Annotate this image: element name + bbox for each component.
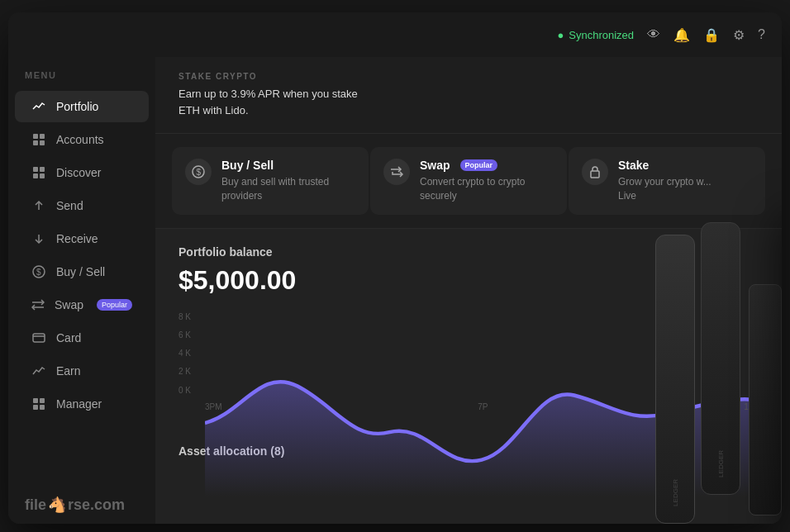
portfolio-balance: $5,000.00 (178, 265, 759, 296)
stake-banner: STAKE CRYPTO Earn up to 3.9% APR when yo… (155, 57, 782, 134)
manager-icon (31, 397, 46, 411)
sidebar-item-label-receive: Receive (56, 232, 98, 245)
chart-x-labels: 3PM 7P 11P (205, 402, 759, 411)
sidebar-item-label-earn: Earn (56, 364, 81, 378)
lock-icon[interactable]: 🔒 (703, 27, 720, 43)
svg-rect-3 (40, 140, 45, 145)
chart-x-11p: 11P (744, 402, 759, 411)
help-icon[interactable]: ? (758, 27, 765, 42)
sidebar-item-label-send: Send (56, 199, 83, 212)
sidebar-item-label-manager: Manager (56, 397, 102, 411)
svg-rect-17 (40, 405, 45, 410)
chart-y-6k: 6 K (178, 330, 203, 340)
bell-icon[interactable]: 🔔 (673, 27, 690, 43)
sync-label: Synchronized (569, 29, 634, 41)
swap-card-badge: Popular (460, 159, 498, 171)
sidebar-item-swap[interactable]: Swap Popular (15, 289, 149, 321)
portfolio-section: Portfolio balance $5,000.00 8 K 6 K 4 K … (155, 229, 782, 436)
svg-rect-6 (33, 173, 38, 178)
sidebar-item-receive[interactable]: Receive (15, 223, 149, 254)
buy-sell-card-desc: Buy and sell with trustedproviders (221, 175, 329, 203)
stake-card-icon (582, 159, 608, 185)
svg-rect-7 (40, 173, 45, 178)
action-cards: $ Buy / Sell Buy and sell with trustedpr… (155, 134, 782, 229)
swap-card-text: Swap Popular Convert crypto to cryptosec… (420, 159, 525, 203)
stake-card-title: Stake (618, 159, 711, 172)
stake-card[interactable]: Stake Grow your crypto w...Live (569, 147, 765, 215)
watermark-file: file (25, 496, 46, 514)
portfolio-icon (31, 99, 46, 114)
sidebar-item-manager[interactable]: Manager (15, 388, 149, 420)
sidebar-item-discover[interactable]: Discover (15, 157, 149, 188)
sidebar-item-label-portfolio: Portfolio (56, 100, 98, 113)
svg-rect-5 (40, 167, 45, 172)
sidebar-item-label-swap: Swap (55, 298, 83, 311)
svg-rect-14 (33, 398, 38, 403)
accounts-icon (31, 132, 46, 147)
earn-icon (31, 363, 46, 378)
main-area: MENU Portfolio A (8, 57, 782, 524)
stake-card-desc: Grow your crypto w...Live (618, 175, 711, 203)
chart-y-4k: 4 K (178, 349, 203, 358)
sidebar-menu-label: MENU (8, 70, 155, 90)
buy-sell-card-title: Buy / Sell (221, 159, 329, 172)
sync-icon: ● (557, 29, 564, 41)
sidebar-item-label-card: Card (56, 331, 81, 344)
top-bar-icons: 👁 🔔 🔒 ⚙ ? (647, 27, 765, 43)
svg-rect-2 (33, 140, 38, 145)
chart-y-2k: 2 K (178, 367, 203, 376)
buy-sell-card-text: Buy / Sell Buy and sell with trustedprov… (221, 159, 329, 203)
chart-x-7p: 7P (478, 402, 488, 411)
svg-rect-1 (40, 134, 45, 139)
svg-rect-0 (33, 134, 38, 139)
buy-sell-card-icon: $ (185, 159, 212, 185)
swap-card[interactable]: Swap Popular Convert crypto to cryptosec… (370, 147, 567, 215)
sidebar-item-send[interactable]: Send (15, 190, 149, 221)
gear-icon[interactable]: ⚙ (733, 27, 745, 43)
svg-rect-20 (591, 171, 599, 178)
svg-rect-16 (33, 405, 38, 410)
receive-icon (31, 231, 46, 246)
sidebar-item-earn[interactable]: Earn (15, 355, 149, 387)
sidebar-item-label-discover: Discover (56, 166, 101, 179)
discover-icon (31, 165, 46, 180)
sidebar: MENU Portfolio A (8, 57, 155, 524)
main-content: STAKE CRYPTO Earn up to 3.9% APR when yo… (155, 57, 782, 524)
portfolio-title: Portfolio balance (178, 245, 759, 259)
sidebar-item-portfolio[interactable]: Portfolio (15, 91, 149, 122)
app-frame: ● Synchronized 👁 🔔 🔒 ⚙ ? MENU Portfolio (8, 12, 782, 524)
watermark-rest: rse.com (68, 496, 125, 514)
sidebar-item-buy-sell[interactable]: $ Buy / Sell (15, 256, 149, 287)
buy-sell-icon: $ (31, 264, 46, 279)
watermark-text: file 🐴 rse.com (25, 496, 125, 514)
swap-icon (31, 297, 45, 312)
chart-y-8k: 8 K (178, 312, 203, 321)
buy-sell-card[interactable]: $ Buy / Sell Buy and sell with trustedpr… (172, 147, 369, 215)
sidebar-item-accounts[interactable]: Accounts (15, 124, 149, 155)
swap-card-desc: Convert crypto to cryptosecurely (420, 175, 525, 203)
stake-label: STAKE CRYPTO (178, 72, 759, 81)
swap-card-title: Swap Popular (420, 159, 525, 172)
card-icon (31, 330, 46, 345)
eye-icon[interactable]: 👁 (647, 27, 660, 42)
top-bar: ● Synchronized 👁 🔔 🔒 ⚙ ? (8, 12, 782, 57)
sidebar-item-label-accounts: Accounts (56, 133, 104, 146)
svg-rect-15 (40, 398, 45, 403)
stake-card-text: Stake Grow your crypto w...Live (618, 159, 711, 203)
watermark-horse-icon: 🐴 (48, 496, 66, 514)
chart-x-3pm: 3PM (205, 402, 222, 411)
sidebar-item-card[interactable]: Card (15, 322, 149, 354)
swap-card-icon (383, 159, 410, 185)
send-icon (31, 198, 46, 213)
swap-badge: Popular (97, 299, 132, 311)
svg-text:$: $ (36, 268, 41, 277)
sidebar-item-label-buy-sell: Buy / Sell (56, 265, 105, 278)
svg-rect-12 (33, 334, 45, 342)
svg-rect-4 (33, 167, 38, 172)
chart-y-0k: 0 K (178, 386, 203, 395)
sync-status: ● Synchronized (557, 29, 634, 41)
svg-text:$: $ (197, 168, 202, 177)
stake-description: Earn up to 3.9% APR when you stakeETH wi… (178, 86, 759, 118)
chart-container: 8 K 6 K 4 K 2 K 0 K (178, 312, 759, 411)
watermark: file 🐴 rse.com (25, 496, 125, 514)
